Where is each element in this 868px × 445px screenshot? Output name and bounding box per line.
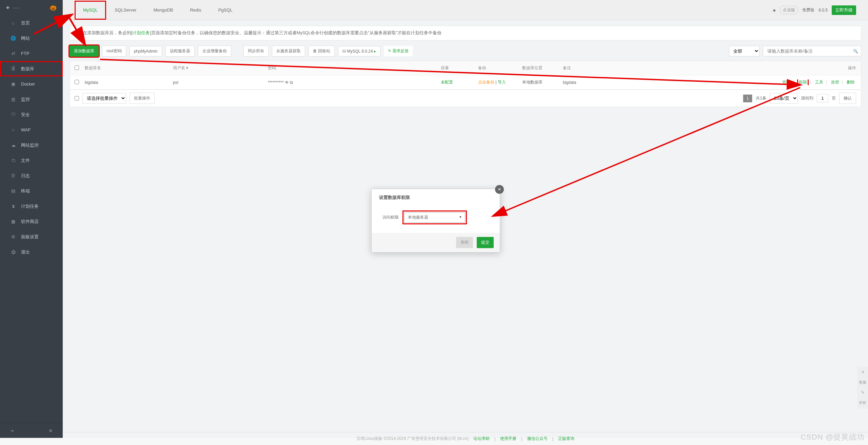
sidebar-item-12[interactable]: ⧗计划任务: [0, 199, 63, 214]
sidebar-label-15: 退出: [21, 249, 30, 255]
page-input[interactable]: [817, 94, 828, 103]
eye-icon[interactable]: 👁: [285, 80, 289, 85]
notice-link[interactable]: 计划任务: [132, 31, 150, 35]
op-manage[interactable]: 管理: [782, 80, 790, 85]
op-tools[interactable]: 工具: [815, 80, 823, 85]
copy-icon[interactable]: ⧉: [290, 80, 293, 85]
footer-link-manual[interactable]: 使用手册: [500, 436, 516, 442]
add-db-button[interactable]: 添加数据库: [70, 45, 99, 57]
tab-redis[interactable]: Redis: [181, 1, 210, 20]
cell-remark[interactable]: bigdata: [563, 80, 778, 85]
sidebar-item-4[interactable]: ▣Docker: [0, 76, 63, 92]
access-select[interactable]: 本地服务器 ▾: [404, 212, 465, 223]
sidebar-icon-1: 🌐: [10, 36, 16, 41]
sidebar-item-8[interactable]: ☁网站监控: [0, 137, 63, 153]
sidebar-icon-3: 🗄: [10, 66, 16, 71]
sidebar-item-5[interactable]: ▥监控: [0, 92, 63, 107]
play-icon: ▸: [373, 49, 376, 54]
page-go-button[interactable]: 确认: [839, 93, 856, 104]
col-quota: 容量: [441, 65, 478, 71]
tab-mysql[interactable]: MySQL: [75, 1, 106, 20]
footer-link-verify[interactable]: 正版查询: [558, 436, 574, 442]
notice-text-b: ]页面添加定时备份任务，以确保您的数据安全。温馨提示：通过第三方或者MySQL命…: [150, 31, 441, 35]
batch-select[interactable]: 请选择批量操作: [82, 93, 126, 104]
sidebar-icon-6: 🛡: [10, 112, 16, 117]
sidebar-icon-4: ▣: [10, 81, 16, 87]
inc-backup-button[interactable]: 企业增量备份: [198, 45, 231, 57]
op-chpwd[interactable]: 改密: [831, 80, 839, 85]
sidebar-label-1: 网站: [21, 35, 30, 41]
toolbar: 添加数据库 root密码 phpMyAdmin 远程服务器 企业增量备份 同步所…: [70, 45, 861, 57]
import-link[interactable]: 导入: [498, 80, 506, 85]
tabbar-right: ◈ 企业版 免费版 8.0.5 立即升级: [773, 5, 856, 15]
sidebar-item-14[interactable]: ⚙面板设置: [0, 229, 63, 244]
sidebar-item-3[interactable]: 🗄数据库: [0, 61, 63, 76]
sidebar-item-1[interactable]: 🌐网站: [0, 31, 63, 46]
select-all-checkbox[interactable]: [75, 66, 79, 70]
root-pwd-button[interactable]: root密码: [102, 45, 126, 57]
side-support[interactable]: 客服: [858, 378, 867, 387]
sidebar-item-0[interactable]: ⌂首页: [0, 15, 63, 31]
sidebar-icon-11: ▤: [10, 188, 16, 193]
sidebar-label-10: 日志: [21, 173, 30, 179]
batch-button[interactable]: 批量操作: [130, 93, 155, 104]
sidebar-label-8: 网站监控: [21, 142, 39, 148]
sidebar-label-3: 数据库: [21, 66, 34, 72]
page-current[interactable]: 1: [743, 94, 753, 103]
sidebar-item-7[interactable]: ○WAF: [0, 122, 63, 137]
footer-link-wechat[interactable]: 微信公众号: [527, 436, 548, 442]
side-feedback[interactable]: ✎: [858, 388, 867, 397]
sidebar-item-11[interactable]: ▤终端: [0, 183, 63, 199]
sidebar-item-15[interactable]: ⏻退出: [0, 244, 63, 260]
cell-quota[interactable]: 未配置: [441, 79, 478, 85]
per-page-select[interactable]: 20条/页: [770, 93, 798, 104]
sidebar-item-9[interactable]: 🗀文件: [0, 153, 63, 168]
modal-close-btn[interactable]: 关闭: [456, 237, 473, 248]
trash-icon: 🗑: [313, 49, 318, 53]
search-icon[interactable]: 🔍: [853, 49, 858, 54]
op-delete[interactable]: 删除: [847, 80, 855, 85]
side-rate[interactable]: 评价: [858, 398, 867, 407]
remote-server-button[interactable]: 远程服务器: [165, 45, 195, 57]
cell-pwd: ********** 👁 ⧉: [268, 80, 441, 85]
side-refresh[interactable]: ↺: [858, 368, 867, 376]
page-unit: 页: [832, 95, 836, 101]
filter-select[interactable]: 全部: [729, 46, 760, 56]
sidebar-item-10[interactable]: ☰日志: [0, 168, 63, 183]
batch-checkbox[interactable]: [75, 96, 79, 100]
recycle-button[interactable]: 🗑 回收站: [309, 45, 335, 57]
modal-submit-btn[interactable]: 提交: [477, 237, 494, 248]
settings-icon[interactable]: ⚙: [49, 428, 53, 433]
modal-close-button[interactable]: ✕: [495, 185, 504, 194]
fetch-server-button[interactable]: 从服务器获取: [272, 45, 305, 57]
tab-pgsql[interactable]: PgSQL: [210, 1, 241, 20]
op-permission[interactable]: 权限: [798, 79, 808, 85]
tab-sqlserver[interactable]: SQLServer: [106, 1, 145, 20]
pma-button[interactable]: phpMyAdmin: [130, 46, 162, 56]
sidebar-item-2[interactable]: ⇄FTP: [0, 46, 63, 61]
mysql-ver-button[interactable]: ⛁ MySQL 8.0.24 ▸: [338, 46, 380, 56]
sync-all-button[interactable]: 同步所有: [243, 45, 269, 57]
row-checkbox[interactable]: [75, 80, 79, 84]
sidebar-label-14: 面板设置: [21, 234, 39, 240]
backup-link[interactable]: 点击备份: [478, 80, 494, 85]
footer: 宝塔Linux面板 ©2014-2024 广东堡塔安全技术有限公司 (bt.cn…: [63, 432, 868, 445]
total-count: 共1条: [756, 95, 766, 101]
table-row: bigdata psr ********** 👁 ⧉ 未配置 点击备份 | 导入…: [70, 75, 861, 90]
feedback-link[interactable]: ✎ 需求反馈: [384, 46, 413, 56]
sidebar-item-6[interactable]: 🛡安全: [0, 107, 63, 122]
footer-link-forum[interactable]: 论坛求助: [473, 436, 490, 442]
search-input[interactable]: [766, 46, 853, 56]
sidebar-item-13[interactable]: ▦软件商店: [0, 214, 63, 229]
collapse-icon[interactable]: ⇥: [10, 428, 14, 433]
modal-footer: 关闭 提交: [372, 233, 500, 252]
copyright: 宝塔Linux面板 ©2014-2024 广东堡塔安全技术有限公司 (bt.cn…: [356, 436, 469, 442]
watermark: CSDN @提莫战功: [801, 432, 865, 442]
upgrade-button[interactable]: 立即升级: [832, 5, 856, 15]
sidebar-icon-7: ○: [10, 127, 16, 132]
col-name: 数据库名: [85, 65, 173, 71]
sidebar-bottom: ⇥ ⚙: [0, 423, 63, 438]
tab-mongodb[interactable]: MongoDB: [145, 1, 182, 20]
sidebar-icon-2: ⇄: [10, 51, 16, 56]
logo-icon: ✚: [6, 5, 9, 10]
